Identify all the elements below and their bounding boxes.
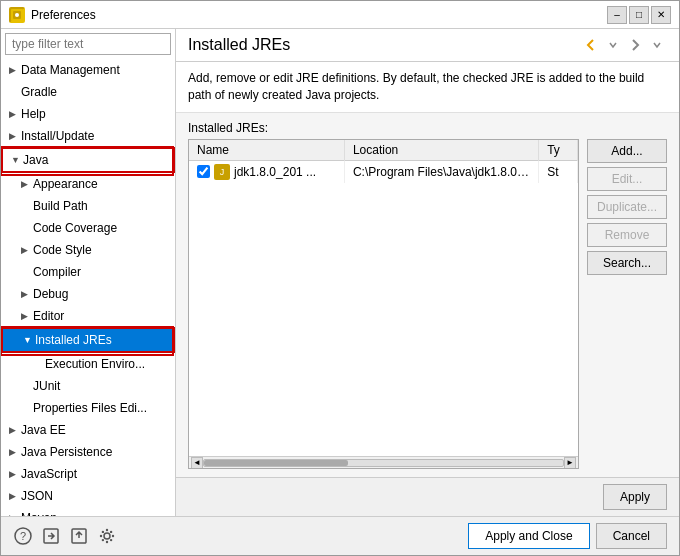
tree-arrow-help: ▶: [9, 105, 19, 123]
sidebar-item-java-persistence[interactable]: ▶Java Persistence: [1, 441, 175, 463]
panel-description: Add, remove or edit JRE definitions. By …: [176, 62, 679, 113]
sidebar-item-installed-jres[interactable]: ▼Installed JREs: [1, 327, 175, 353]
help-icon[interactable]: ?: [13, 526, 33, 546]
scroll-left-arrow[interactable]: ◄: [191, 457, 203, 469]
jres-section: Installed JREs: Name Location Ty: [176, 113, 679, 477]
tree-arrow-java: ▼: [11, 151, 21, 169]
svg-point-11: [106, 529, 108, 531]
sidebar-item-execution-enviro[interactable]: Execution Enviro...: [1, 353, 175, 375]
jres-table: Name Location Ty Jjdk1.8.0_201 ...C:\Pro…: [189, 140, 578, 183]
jdk-icon: J: [214, 164, 230, 180]
title-controls: – □ ✕: [607, 6, 671, 24]
tree-arrow-appearance: ▶: [21, 175, 31, 193]
apply-button[interactable]: Apply: [603, 484, 667, 510]
sidebar-item-install-update[interactable]: ▶Install/Update: [1, 125, 175, 147]
tree-label-appearance: Appearance: [33, 175, 98, 193]
svg-point-14: [112, 535, 114, 537]
svg-point-13: [100, 535, 102, 537]
tree-label-properties-files-edit: Properties Files Edi...: [33, 399, 147, 417]
sidebar-item-junit[interactable]: JUnit: [1, 375, 175, 397]
tree-label-maven: Maven: [21, 509, 57, 516]
sidebar-item-help[interactable]: ▶Help: [1, 103, 175, 125]
remove-button[interactable]: Remove: [587, 223, 667, 247]
svg-point-10: [104, 533, 110, 539]
tree-items-container: ▶Data ManagementGradle▶Help▶Install/Upda…: [1, 59, 175, 516]
sidebar-item-code-coverage[interactable]: Code Coverage: [1, 217, 175, 239]
apply-and-close-button[interactable]: Apply and Close: [468, 523, 589, 549]
sidebar-item-gradle[interactable]: Gradle: [1, 81, 175, 103]
nav-dropdown-button[interactable]: [603, 35, 623, 55]
jres-action-buttons: Add... Edit... Duplicate... Remove Searc…: [587, 139, 667, 469]
question-icon: ?: [14, 527, 32, 545]
sidebar-item-code-style[interactable]: ▶Code Style: [1, 239, 175, 261]
sidebar-item-data-management[interactable]: ▶Data Management: [1, 59, 175, 81]
title-bar-left: Preferences: [9, 7, 96, 23]
tree-label-java-ee: Java EE: [21, 421, 66, 439]
svg-point-2: [15, 13, 19, 17]
tree-label-install-update: Install/Update: [21, 127, 94, 145]
tree-container: ▶Data ManagementGradle▶Help▶Install/Upda…: [1, 59, 175, 516]
jres-label: Installed JREs:: [188, 121, 667, 135]
svg-point-17: [102, 539, 104, 541]
edit-button[interactable]: Edit...: [587, 167, 667, 191]
import-icon[interactable]: [41, 526, 61, 546]
footer-icons: ?: [13, 526, 117, 546]
forward-button[interactable]: [625, 35, 645, 55]
table-row[interactable]: Jjdk1.8.0_201 ...C:\Program Files\Java\j…: [189, 160, 578, 183]
nav-dropdown2-button[interactable]: [647, 35, 667, 55]
sidebar: ▶Data ManagementGradle▶Help▶Install/Upda…: [1, 29, 176, 516]
tree-arrow-maven: ▶: [9, 509, 19, 516]
duplicate-button[interactable]: Duplicate...: [587, 195, 667, 219]
table-empty-space: [189, 183, 578, 456]
sidebar-item-appearance[interactable]: ▶Appearance: [1, 173, 175, 195]
back-button[interactable]: [581, 35, 601, 55]
forward-icon: [627, 37, 643, 53]
tree-label-code-style: Code Style: [33, 241, 92, 259]
tree-label-help: Help: [21, 105, 46, 123]
table-header-row: Name Location Ty: [189, 140, 578, 161]
svg-text:?: ?: [20, 530, 26, 542]
sidebar-item-editor[interactable]: ▶Editor: [1, 305, 175, 327]
export-icon[interactable]: [69, 526, 89, 546]
jres-table-container: Name Location Ty Jjdk1.8.0_201 ...C:\Pro…: [188, 139, 667, 469]
tree-arrow-install-update: ▶: [9, 127, 19, 145]
sidebar-item-java-ee[interactable]: ▶Java EE: [1, 419, 175, 441]
cancel-button[interactable]: Cancel: [596, 523, 667, 549]
sidebar-item-build-path[interactable]: Build Path: [1, 195, 175, 217]
svg-point-15: [102, 531, 104, 533]
tree-label-compiler: Compiler: [33, 263, 81, 281]
sidebar-item-java[interactable]: ▼Java: [1, 147, 175, 173]
tree-arrow-editor: ▶: [21, 307, 31, 325]
sidebar-item-properties-files-edit[interactable]: Properties Files Edi...: [1, 397, 175, 419]
tree-label-code-coverage: Code Coverage: [33, 219, 117, 237]
minimize-button[interactable]: –: [607, 6, 627, 24]
tree-label-editor: Editor: [33, 307, 64, 325]
sidebar-item-compiler[interactable]: Compiler: [1, 261, 175, 283]
search-button[interactable]: Search...: [587, 251, 667, 275]
panel-header: Installed JREs: [176, 29, 679, 62]
sidebar-item-json[interactable]: ▶JSON: [1, 485, 175, 507]
filter-input[interactable]: [5, 33, 171, 55]
sidebar-item-maven[interactable]: ▶Maven: [1, 507, 175, 516]
scroll-right-arrow[interactable]: ►: [564, 457, 576, 469]
footer: ?: [1, 516, 679, 555]
scrollbar-thumb[interactable]: [204, 460, 348, 466]
jre-row-name-cell: Jjdk1.8.0_201 ...: [189, 160, 344, 183]
jre-location: C:\Program Files\Java\jdk1.8.0_....: [344, 160, 538, 183]
col-header-location: Location: [344, 140, 538, 161]
jre-checkbox[interactable]: [197, 165, 210, 178]
close-button[interactable]: ✕: [651, 6, 671, 24]
col-header-type: Ty: [539, 140, 578, 161]
scrollbar-track[interactable]: [203, 459, 564, 467]
footer-action-buttons: Apply and Close Cancel: [468, 523, 667, 549]
sidebar-item-debug[interactable]: ▶Debug: [1, 283, 175, 305]
tree-label-javascript: JavaScript: [21, 465, 77, 483]
tree-label-installed-jres: Installed JREs: [35, 331, 112, 349]
tree-label-data-management: Data Management: [21, 61, 120, 79]
settings-icon[interactable]: [97, 526, 117, 546]
add-button[interactable]: Add...: [587, 139, 667, 163]
sidebar-item-javascript[interactable]: ▶JavaScript: [1, 463, 175, 485]
maximize-button[interactable]: □: [629, 6, 649, 24]
tree-label-java: Java: [23, 151, 48, 169]
table-scrollbar[interactable]: ◄ ►: [189, 456, 578, 468]
